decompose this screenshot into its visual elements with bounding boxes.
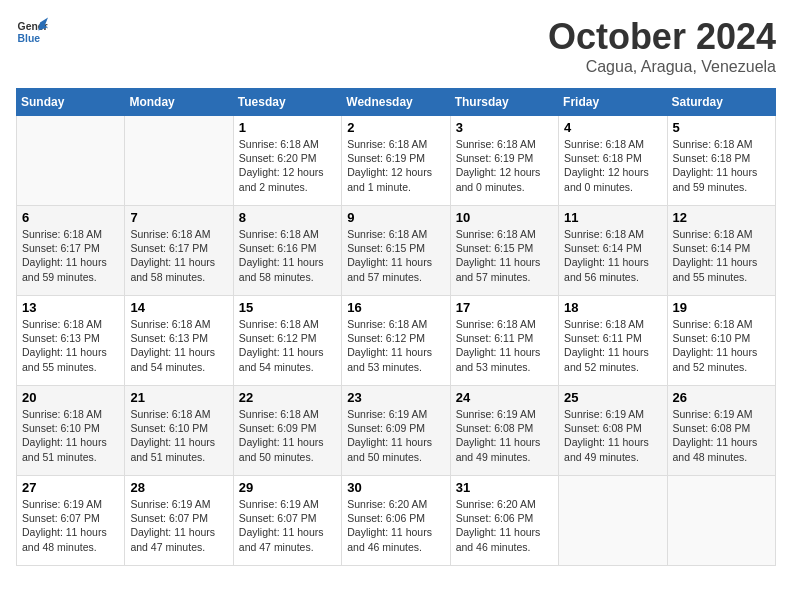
daylight-text: Daylight: 11 hours and 57 minutes. — [456, 256, 541, 282]
sunset-text: Sunset: 6:10 PM — [22, 422, 100, 434]
sunset-text: Sunset: 6:09 PM — [347, 422, 425, 434]
sunrise-text: Sunrise: 6:18 AM — [673, 138, 753, 150]
calendar-cell: 2 Sunrise: 6:18 AM Sunset: 6:19 PM Dayli… — [342, 116, 450, 206]
daylight-text: Daylight: 11 hours and 52 minutes. — [564, 346, 649, 372]
sunrise-text: Sunrise: 6:19 AM — [22, 498, 102, 510]
daylight-text: Daylight: 11 hours and 55 minutes. — [22, 346, 107, 372]
day-number: 3 — [456, 120, 553, 135]
calendar-cell: 19 Sunrise: 6:18 AM Sunset: 6:10 PM Dayl… — [667, 296, 775, 386]
header-tuesday: Tuesday — [233, 89, 341, 116]
sunset-text: Sunset: 6:14 PM — [564, 242, 642, 254]
sunrise-text: Sunrise: 6:18 AM — [239, 318, 319, 330]
day-number: 17 — [456, 300, 553, 315]
day-number: 14 — [130, 300, 227, 315]
sunrise-text: Sunrise: 6:18 AM — [130, 318, 210, 330]
sunset-text: Sunset: 6:07 PM — [22, 512, 100, 524]
day-number: 30 — [347, 480, 444, 495]
calendar-cell: 7 Sunrise: 6:18 AM Sunset: 6:17 PM Dayli… — [125, 206, 233, 296]
calendar-cell: 20 Sunrise: 6:18 AM Sunset: 6:10 PM Dayl… — [17, 386, 125, 476]
day-number: 26 — [673, 390, 770, 405]
sunset-text: Sunset: 6:15 PM — [456, 242, 534, 254]
sunrise-text: Sunrise: 6:19 AM — [564, 408, 644, 420]
sunrise-text: Sunrise: 6:18 AM — [130, 228, 210, 240]
day-number: 27 — [22, 480, 119, 495]
sunset-text: Sunset: 6:06 PM — [347, 512, 425, 524]
day-number: 21 — [130, 390, 227, 405]
daylight-text: Daylight: 11 hours and 54 minutes. — [239, 346, 324, 372]
sunrise-text: Sunrise: 6:18 AM — [564, 318, 644, 330]
calendar-cell: 24 Sunrise: 6:19 AM Sunset: 6:08 PM Dayl… — [450, 386, 558, 476]
sunset-text: Sunset: 6:13 PM — [22, 332, 100, 344]
sunrise-text: Sunrise: 6:18 AM — [456, 138, 536, 150]
daylight-text: Daylight: 11 hours and 58 minutes. — [130, 256, 215, 282]
calendar-cell — [125, 116, 233, 206]
sunrise-text: Sunrise: 6:18 AM — [456, 228, 536, 240]
day-number: 18 — [564, 300, 661, 315]
day-number: 16 — [347, 300, 444, 315]
sunset-text: Sunset: 6:10 PM — [130, 422, 208, 434]
header-monday: Monday — [125, 89, 233, 116]
calendar-cell: 4 Sunrise: 6:18 AM Sunset: 6:18 PM Dayli… — [559, 116, 667, 206]
sunrise-text: Sunrise: 6:20 AM — [347, 498, 427, 510]
daylight-text: Daylight: 11 hours and 51 minutes. — [22, 436, 107, 462]
sunset-text: Sunset: 6:20 PM — [239, 152, 317, 164]
svg-text:Blue: Blue — [18, 33, 41, 44]
sunrise-text: Sunrise: 6:18 AM — [239, 408, 319, 420]
sunset-text: Sunset: 6:18 PM — [673, 152, 751, 164]
sunrise-text: Sunrise: 6:18 AM — [564, 138, 644, 150]
sunset-text: Sunset: 6:17 PM — [130, 242, 208, 254]
sunrise-text: Sunrise: 6:18 AM — [456, 318, 536, 330]
sunset-text: Sunset: 6:13 PM — [130, 332, 208, 344]
sunrise-text: Sunrise: 6:18 AM — [239, 228, 319, 240]
sunset-text: Sunset: 6:10 PM — [673, 332, 751, 344]
sunrise-text: Sunrise: 6:19 AM — [130, 498, 210, 510]
sunset-text: Sunset: 6:19 PM — [347, 152, 425, 164]
sunrise-text: Sunrise: 6:18 AM — [22, 228, 102, 240]
sunrise-text: Sunrise: 6:18 AM — [347, 138, 427, 150]
sunrise-text: Sunrise: 6:18 AM — [347, 228, 427, 240]
sunrise-text: Sunrise: 6:20 AM — [456, 498, 536, 510]
calendar-cell: 23 Sunrise: 6:19 AM Sunset: 6:09 PM Dayl… — [342, 386, 450, 476]
sunset-text: Sunset: 6:16 PM — [239, 242, 317, 254]
day-number: 6 — [22, 210, 119, 225]
calendar-week-row: 1 Sunrise: 6:18 AM Sunset: 6:20 PM Dayli… — [17, 116, 776, 206]
day-number: 29 — [239, 480, 336, 495]
day-number: 31 — [456, 480, 553, 495]
daylight-text: Daylight: 11 hours and 47 minutes. — [130, 526, 215, 552]
day-number: 1 — [239, 120, 336, 135]
daylight-text: Daylight: 11 hours and 46 minutes. — [456, 526, 541, 552]
day-number: 24 — [456, 390, 553, 405]
calendar-cell: 26 Sunrise: 6:19 AM Sunset: 6:08 PM Dayl… — [667, 386, 775, 476]
day-number: 9 — [347, 210, 444, 225]
calendar-cell — [667, 476, 775, 566]
calendar-cell: 28 Sunrise: 6:19 AM Sunset: 6:07 PM Dayl… — [125, 476, 233, 566]
daylight-text: Daylight: 11 hours and 49 minutes. — [564, 436, 649, 462]
calendar-cell: 5 Sunrise: 6:18 AM Sunset: 6:18 PM Dayli… — [667, 116, 775, 206]
daylight-text: Daylight: 11 hours and 55 minutes. — [673, 256, 758, 282]
daylight-text: Daylight: 12 hours and 1 minute. — [347, 166, 432, 192]
sunrise-text: Sunrise: 6:18 AM — [673, 318, 753, 330]
sunrise-text: Sunrise: 6:19 AM — [347, 408, 427, 420]
day-number: 22 — [239, 390, 336, 405]
sunset-text: Sunset: 6:12 PM — [347, 332, 425, 344]
sunset-text: Sunset: 6:06 PM — [456, 512, 534, 524]
sunset-text: Sunset: 6:19 PM — [456, 152, 534, 164]
daylight-text: Daylight: 11 hours and 58 minutes. — [239, 256, 324, 282]
daylight-text: Daylight: 11 hours and 53 minutes. — [347, 346, 432, 372]
calendar-cell: 16 Sunrise: 6:18 AM Sunset: 6:12 PM Dayl… — [342, 296, 450, 386]
sunset-text: Sunset: 6:17 PM — [22, 242, 100, 254]
sunrise-text: Sunrise: 6:19 AM — [239, 498, 319, 510]
daylight-text: Daylight: 11 hours and 52 minutes. — [673, 346, 758, 372]
daylight-text: Daylight: 11 hours and 48 minutes. — [22, 526, 107, 552]
calendar-cell: 3 Sunrise: 6:18 AM Sunset: 6:19 PM Dayli… — [450, 116, 558, 206]
sunset-text: Sunset: 6:07 PM — [239, 512, 317, 524]
daylight-text: Daylight: 11 hours and 54 minutes. — [130, 346, 215, 372]
calendar-cell: 13 Sunrise: 6:18 AM Sunset: 6:13 PM Dayl… — [17, 296, 125, 386]
day-number: 7 — [130, 210, 227, 225]
daylight-text: Daylight: 12 hours and 0 minutes. — [456, 166, 541, 192]
daylight-text: Daylight: 11 hours and 57 minutes. — [347, 256, 432, 282]
calendar-week-row: 27 Sunrise: 6:19 AM Sunset: 6:07 PM Dayl… — [17, 476, 776, 566]
calendar-cell: 29 Sunrise: 6:19 AM Sunset: 6:07 PM Dayl… — [233, 476, 341, 566]
day-number: 11 — [564, 210, 661, 225]
calendar-cell — [17, 116, 125, 206]
